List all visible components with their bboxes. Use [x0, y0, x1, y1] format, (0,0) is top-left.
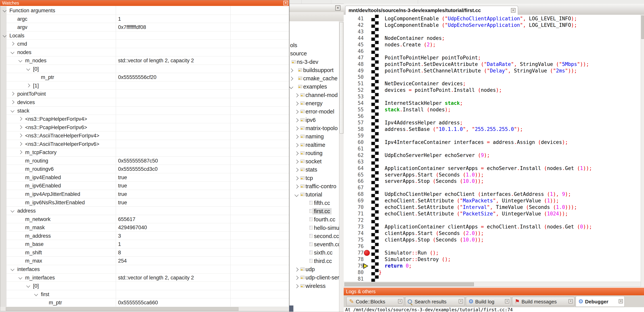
watch-row[interactable]: address [0, 207, 289, 215]
line-number[interactable]: 57 [355, 120, 364, 126]
watch-row[interactable]: first [0, 290, 289, 299]
code-line[interactable]: 61 [344, 146, 641, 152]
chevron-down-icon[interactable] [3, 8, 6, 12]
watch-row[interactable]: m_nodesstd::vector of length 2, capacity… [0, 56, 289, 65]
line-number[interactable]: 65 [355, 172, 364, 178]
code-line[interactable]: 71 echoClient.SetAttribute ("PacketSize"… [344, 211, 641, 217]
tree-item-first-cc[interactable]: first.cc [289, 207, 339, 215]
line-number[interactable]: 60 [355, 139, 364, 146]
line-number[interactable]: 48 [355, 61, 364, 68]
code-line[interactable]: 79 return 0; [344, 263, 641, 269]
tree-item-matrix-topolo[interactable]: matrix-topolo [289, 124, 339, 133]
close-icon[interactable]: × [619, 299, 623, 303]
close-icon[interactable]: × [398, 299, 402, 303]
tree-item-channel-mod[interactable]: channel-mod [289, 91, 339, 99]
watches-horizontal-scrollbar[interactable] [0, 307, 289, 311]
close-icon[interactable]: × [284, 1, 288, 5]
watch-row[interactable]: devices [0, 98, 289, 107]
watch-row[interactable]: <ns3::PcapHelperForIpv6> [0, 123, 289, 132]
line-number[interactable]: 63 [355, 159, 364, 165]
editor-vertical-scrollbar[interactable] [641, 15, 644, 286]
logs-tab-search-results[interactable]: Search results× [405, 297, 465, 306]
chevron-right-icon[interactable] [294, 152, 298, 156]
tree-item-source[interactable]: source [289, 49, 339, 58]
chevron-right-icon[interactable] [294, 160, 298, 164]
tree-item-tutorial[interactable]: tutorial [289, 190, 339, 199]
line-number[interactable]: 46 [355, 48, 364, 55]
chevron-down-icon[interactable] [294, 193, 298, 197]
chevron-right-icon[interactable] [294, 284, 298, 288]
watches-titlebar[interactable]: Watches × [0, 0, 289, 6]
watch-row[interactable]: [0] [0, 65, 289, 73]
line-number[interactable]: 55 [355, 107, 364, 113]
code-line[interactable]: 51 NetDeviceContainer devices; [344, 80, 641, 87]
line-number[interactable]: 77 [355, 250, 364, 256]
chevron-right-icon[interactable] [289, 77, 293, 81]
code-line[interactable]: 48 pointToPoint.SetDeviceAttribute ("Dat… [344, 61, 641, 68]
logs-tab-code-blocks[interactable]: ✎Code::Blocks× [346, 297, 404, 306]
chevron-right-icon[interactable] [10, 42, 14, 46]
tree-item-socket[interactable]: socket [289, 157, 339, 165]
file-tree[interactable]: olssourcens-3-devbuildsupportcmake_cache… [289, 21, 339, 312]
chevron-right-icon[interactable] [10, 92, 14, 96]
chevron-right-icon[interactable] [294, 268, 298, 272]
watch-row[interactable]: Locals [0, 31, 289, 40]
line-number[interactable]: 50 [355, 74, 364, 80]
logs-titlebar[interactable]: Logs & others [344, 288, 644, 295]
close-icon[interactable]: × [335, 5, 340, 10]
code-line[interactable]: 76 [344, 243, 641, 250]
tree-item-third-cc[interactable]: third.cc [289, 257, 339, 265]
scrollbar-thumb[interactable] [344, 283, 474, 286]
chevron-right-icon[interactable] [294, 143, 298, 147]
watch-row[interactable]: m_address3 [0, 232, 289, 240]
chevron-down-icon[interactable] [26, 284, 30, 288]
line-number[interactable]: 73 [355, 224, 364, 230]
code-line[interactable]: 44 NodeContainer nodes; [344, 35, 641, 42]
line-number[interactable]: 68 [355, 191, 364, 198]
tree-item-routing[interactable]: routing [289, 149, 339, 157]
tree-item-fifth-cc[interactable]: fifth.cc [289, 199, 339, 207]
chevron-right-icon[interactable] [294, 176, 298, 180]
chevron-down-icon[interactable] [289, 85, 293, 89]
chevron-right-icon[interactable] [18, 142, 22, 146]
tree-item-naming[interactable]: naming [289, 133, 339, 141]
watch-row[interactable]: m_ipv4Enabledtrue [0, 173, 289, 182]
code-line[interactable]: 46 [344, 48, 641, 55]
tree-item-error-model[interactable]: error-model [289, 108, 339, 116]
watch-row[interactable]: m_ipv4ArpJitterEnabledtrue [0, 190, 289, 198]
editor-horizontal-scrollbar[interactable] [344, 282, 641, 287]
watch-row[interactable]: m_shift8 [0, 248, 289, 257]
code-line[interactable]: 73 ApplicationContainer clientApps = ech… [344, 224, 641, 230]
code-line[interactable]: 53 [344, 94, 641, 100]
chevron-down-icon[interactable] [34, 292, 38, 296]
code-line[interactable]: 78 Simulator::Destroy (); [344, 256, 641, 263]
scrollbar-thumb[interactable] [340, 22, 344, 134]
chevron-down-icon[interactable] [3, 33, 6, 37]
tree-item-realtime[interactable]: realtime [289, 141, 339, 149]
watch-row[interactable]: m_ipv6NsRsJitterEnabledtrue [0, 198, 289, 207]
code-line[interactable]: 77 Simulator::Run (); [344, 250, 641, 256]
line-number[interactable]: 41 [355, 15, 364, 22]
watch-row[interactable]: m_routingv60x5555555cd3c0 [0, 165, 289, 173]
close-icon[interactable]: × [505, 299, 509, 303]
watch-row[interactable]: m_mask4294967040 [0, 223, 289, 232]
chevron-right-icon[interactable] [294, 93, 298, 97]
code-line[interactable]: 43 [344, 28, 641, 35]
line-number[interactable]: 45 [355, 42, 364, 48]
line-number[interactable]: 66 [355, 178, 364, 184]
watch-row[interactable]: interfaces [0, 265, 289, 274]
close-icon[interactable]: × [459, 299, 463, 303]
line-number[interactable]: 75 [355, 237, 364, 243]
code-line[interactable]: 60 Ipv4InterfaceContainer interfaces = a… [344, 139, 641, 146]
watch-row[interactable]: [0] [0, 282, 289, 290]
chevron-right-icon[interactable] [294, 110, 298, 114]
code-line[interactable]: 81 [344, 276, 641, 282]
code-line[interactable]: 41 LogComponentEnable ("UdpEchoClientApp… [344, 15, 641, 22]
line-number[interactable]: 47 [355, 55, 364, 61]
chevron-down-icon[interactable] [26, 67, 30, 71]
tree-item-second-cc[interactable]: second.cc [289, 232, 339, 240]
tree-item-hello-simul[interactable]: hello-simul [289, 224, 339, 232]
tree-item-examples[interactable]: examples [289, 83, 339, 91]
close-icon[interactable]: × [511, 8, 516, 13]
code-line[interactable]: 50 [344, 74, 641, 80]
